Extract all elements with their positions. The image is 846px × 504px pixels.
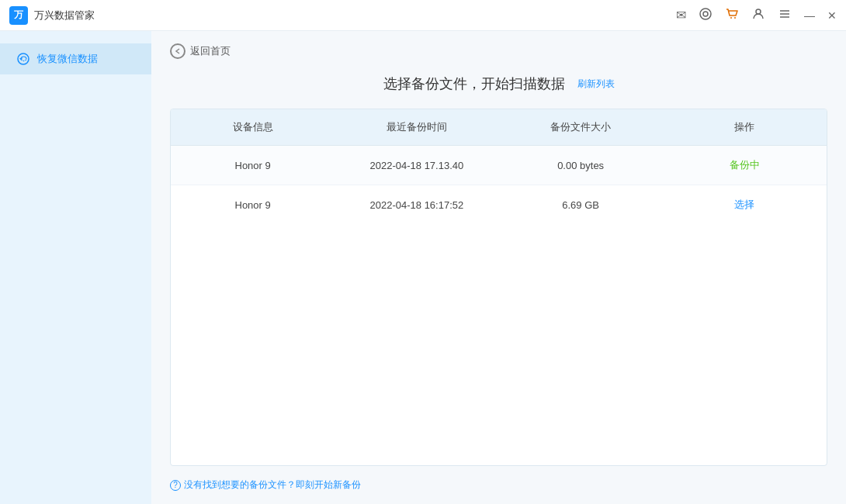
page-heading: 选择备份文件，开始扫描数据 刷新列表 bbox=[170, 74, 827, 93]
svg-point-4 bbox=[756, 9, 761, 14]
svg-point-2 bbox=[730, 17, 732, 19]
cell-action-2[interactable]: 选择 bbox=[663, 185, 827, 224]
backup-status-label: 备份中 bbox=[730, 158, 760, 172]
restore-wechat-icon bbox=[16, 51, 31, 67]
col-action: 操作 bbox=[663, 109, 827, 145]
window-controls: ✉ — ✕ bbox=[676, 7, 837, 23]
col-backup-time: 最近备份时间 bbox=[335, 109, 498, 145]
sidebar: 恢复微信数据 bbox=[0, 31, 151, 504]
back-arrow-icon bbox=[170, 43, 185, 59]
cell-time-1: 2022-04-18 17.13.40 bbox=[335, 146, 498, 185]
notification-icon[interactable] bbox=[699, 7, 713, 23]
sidebar-item-label: 恢复微信数据 bbox=[37, 52, 98, 66]
table-row: Honor 9 2022-04-18 17.13.40 0.00 bytes 备… bbox=[171, 146, 827, 185]
cell-size-1: 0.00 bytes bbox=[499, 146, 663, 185]
new-backup-link[interactable]: ? 没有找到想要的备份文件？即刻开始新备份 bbox=[170, 478, 827, 492]
title-bar: 万 万兴数据管家 ✉ bbox=[0, 0, 846, 31]
svg-point-0 bbox=[700, 9, 711, 19]
svg-point-3 bbox=[734, 17, 736, 19]
cell-device-2: Honor 9 bbox=[171, 185, 335, 224]
app-title: 万兴数据管家 bbox=[34, 9, 676, 22]
svg-point-11 bbox=[25, 60, 26, 61]
refresh-button[interactable]: 刷新列表 bbox=[577, 78, 615, 91]
svg-point-10 bbox=[23, 60, 25, 62]
cell-size-2: 6.69 GB bbox=[499, 185, 663, 224]
col-file-size: 备份文件大小 bbox=[499, 109, 663, 145]
back-label: 返回首页 bbox=[190, 44, 231, 58]
page-title: 选择备份文件，开始扫描数据 bbox=[383, 74, 565, 93]
menu-icon[interactable] bbox=[778, 7, 792, 23]
close-button[interactable]: ✕ bbox=[827, 10, 837, 21]
cell-time-2: 2022-04-18 16:17:52 bbox=[335, 185, 498, 224]
svg-point-1 bbox=[703, 12, 708, 16]
content-area: 返回首页 选择备份文件，开始扫描数据 刷新列表 设备信息 最近备份时间 备份文件… bbox=[151, 31, 846, 504]
mail-icon[interactable]: ✉ bbox=[676, 9, 686, 22]
svg-point-8 bbox=[18, 54, 29, 64]
cell-device-1: Honor 9 bbox=[171, 146, 335, 185]
select-button[interactable]: 选择 bbox=[734, 198, 754, 212]
back-button[interactable]: 返回首页 bbox=[170, 43, 231, 59]
table-header: 设备信息 最近备份时间 备份文件大小 操作 bbox=[171, 109, 827, 146]
backup-table: 设备信息 最近备份时间 备份文件大小 操作 Honor 9 2022-04-18… bbox=[170, 109, 827, 466]
user-icon[interactable] bbox=[751, 7, 765, 23]
main-layout: 恢复微信数据 返回首页 选择备份文件，开始扫描数据 刷新列表 设备信息 最近备份… bbox=[0, 31, 846, 504]
table-row: Honor 9 2022-04-18 16:17:52 6.69 GB 选择 bbox=[171, 185, 827, 224]
app-logo: 万 bbox=[9, 6, 28, 25]
footer-link-label: 没有找到想要的备份文件？即刻开始新备份 bbox=[184, 478, 361, 492]
help-icon: ? bbox=[170, 480, 181, 491]
cell-action-1: 备份中 bbox=[663, 146, 827, 185]
sidebar-item-restore-wechat[interactable]: 恢复微信数据 bbox=[0, 43, 151, 74]
cart-icon[interactable] bbox=[725, 7, 739, 23]
col-device: 设备信息 bbox=[171, 109, 335, 145]
svg-point-9 bbox=[21, 60, 23, 61]
minimize-button[interactable]: — bbox=[804, 10, 815, 21]
